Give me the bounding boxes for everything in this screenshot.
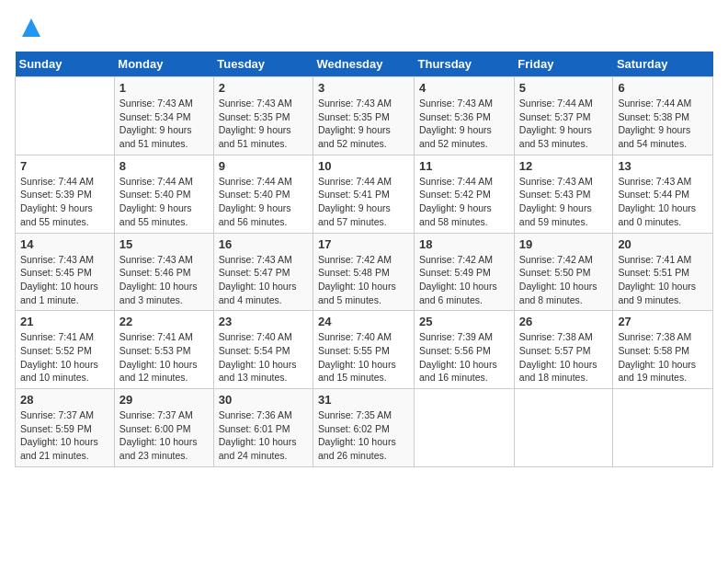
day-number: 8 xyxy=(119,159,209,173)
sunrise-text: Sunrise: 7:44 AM xyxy=(20,175,109,189)
day-cell: 1Sunrise: 7:43 AMSunset: 5:34 PMDaylight… xyxy=(114,77,213,155)
sunset-text: Sunset: 5:53 PM xyxy=(119,344,209,358)
day-number: 16 xyxy=(219,237,308,251)
sunrise-text: Sunrise: 7:41 AM xyxy=(618,253,708,267)
day-number: 1 xyxy=(119,81,209,95)
sunset-text: Sunset: 5:38 PM xyxy=(618,110,708,124)
daylight-text: Daylight: 10 hours and 24 minutes. xyxy=(219,435,308,462)
daylight-text: Daylight: 10 hours and 19 minutes. xyxy=(618,358,708,385)
day-number: 17 xyxy=(318,237,409,251)
sunset-text: Sunset: 5:45 PM xyxy=(20,266,109,280)
day-detail: Sunrise: 7:43 AMSunset: 5:45 PMDaylight:… xyxy=(20,253,109,307)
daylight-text: Daylight: 9 hours and 51 minutes. xyxy=(119,123,209,150)
sunset-text: Sunset: 5:42 PM xyxy=(419,188,509,201)
day-detail: Sunrise: 7:40 AMSunset: 5:55 PMDaylight:… xyxy=(318,330,409,385)
col-header-saturday: Saturday xyxy=(613,52,713,77)
daylight-text: Daylight: 10 hours and 5 minutes. xyxy=(318,280,409,306)
logo-icon xyxy=(18,15,44,40)
daylight-text: Daylight: 10 hours and 3 minutes. xyxy=(119,280,209,306)
sunrise-text: Sunrise: 7:43 AM xyxy=(219,97,308,110)
sunset-text: Sunset: 5:48 PM xyxy=(318,266,409,280)
sunset-text: Sunset: 5:40 PM xyxy=(219,188,308,201)
sunset-text: Sunset: 5:44 PM xyxy=(618,188,708,201)
sunrise-text: Sunrise: 7:41 AM xyxy=(20,330,109,344)
daylight-text: Daylight: 10 hours and 0 minutes. xyxy=(618,201,708,228)
day-number: 2 xyxy=(219,81,308,95)
sunrise-text: Sunrise: 7:42 AM xyxy=(519,253,609,267)
day-number: 19 xyxy=(519,237,609,251)
sunrise-text: Sunrise: 7:42 AM xyxy=(318,253,409,267)
day-cell: 10Sunrise: 7:44 AMSunset: 5:41 PMDayligh… xyxy=(313,155,415,233)
day-detail: Sunrise: 7:41 AMSunset: 5:51 PMDaylight:… xyxy=(618,253,708,307)
sunset-text: Sunset: 5:55 PM xyxy=(318,344,409,358)
sunrise-text: Sunrise: 7:44 AM xyxy=(318,175,409,189)
sunrise-text: Sunrise: 7:43 AM xyxy=(618,175,708,189)
sunset-text: Sunset: 5:50 PM xyxy=(519,266,609,280)
sunset-text: Sunset: 5:35 PM xyxy=(318,110,409,124)
daylight-text: Daylight: 10 hours and 26 minutes. xyxy=(318,435,409,462)
header-row: SundayMondayTuesdayWednesdayThursdayFrid… xyxy=(16,52,713,77)
sunrise-text: Sunrise: 7:44 AM xyxy=(519,97,609,110)
daylight-text: Daylight: 10 hours and 13 minutes. xyxy=(219,358,308,385)
sunset-text: Sunset: 5:43 PM xyxy=(519,188,609,201)
daylight-text: Daylight: 10 hours and 8 minutes. xyxy=(519,280,609,306)
day-detail: Sunrise: 7:41 AMSunset: 5:53 PMDaylight:… xyxy=(119,330,209,385)
day-detail: Sunrise: 7:41 AMSunset: 5:52 PMDaylight:… xyxy=(20,330,109,385)
day-detail: Sunrise: 7:37 AMSunset: 5:59 PMDaylight:… xyxy=(20,408,109,463)
col-header-monday: Monday xyxy=(114,52,213,77)
sunset-text: Sunset: 5:52 PM xyxy=(20,344,109,358)
sunrise-text: Sunrise: 7:40 AM xyxy=(318,330,409,344)
day-detail: Sunrise: 7:44 AMSunset: 5:39 PMDaylight:… xyxy=(20,175,109,229)
daylight-text: Daylight: 9 hours and 55 minutes. xyxy=(20,201,109,228)
day-number: 30 xyxy=(219,393,308,407)
day-number: 7 xyxy=(20,159,109,173)
day-cell xyxy=(613,389,713,467)
sunset-text: Sunset: 5:49 PM xyxy=(419,266,509,280)
day-cell: 5Sunrise: 7:44 AMSunset: 5:37 PMDaylight… xyxy=(514,77,613,155)
day-detail: Sunrise: 7:43 AMSunset: 5:44 PMDaylight:… xyxy=(618,175,708,229)
day-number: 26 xyxy=(519,315,609,328)
week-row-4: 21Sunrise: 7:41 AMSunset: 5:52 PMDayligh… xyxy=(16,311,713,389)
day-detail: Sunrise: 7:42 AMSunset: 5:48 PMDaylight:… xyxy=(318,253,409,307)
sunrise-text: Sunrise: 7:43 AM xyxy=(20,253,109,267)
sunset-text: Sunset: 5:34 PM xyxy=(119,110,209,124)
day-number: 6 xyxy=(618,81,708,95)
day-number: 13 xyxy=(618,159,708,173)
day-cell: 4Sunrise: 7:43 AMSunset: 5:36 PMDaylight… xyxy=(415,77,515,155)
day-number: 28 xyxy=(20,393,109,407)
day-detail: Sunrise: 7:44 AMSunset: 5:37 PMDaylight:… xyxy=(519,97,609,151)
sunrise-text: Sunrise: 7:43 AM xyxy=(519,175,609,189)
day-cell: 3Sunrise: 7:43 AMSunset: 5:35 PMDaylight… xyxy=(313,77,415,155)
daylight-text: Daylight: 10 hours and 10 minutes. xyxy=(20,358,109,385)
sunrise-text: Sunrise: 7:41 AM xyxy=(119,330,209,344)
sunrise-text: Sunrise: 7:43 AM xyxy=(119,253,209,267)
daylight-text: Daylight: 9 hours and 53 minutes. xyxy=(519,123,609,150)
day-cell xyxy=(514,389,613,467)
sunrise-text: Sunrise: 7:44 AM xyxy=(119,175,209,189)
sunset-text: Sunset: 6:00 PM xyxy=(119,422,209,436)
day-cell: 12Sunrise: 7:43 AMSunset: 5:43 PMDayligh… xyxy=(514,155,613,233)
svg-marker-0 xyxy=(22,18,40,37)
day-detail: Sunrise: 7:43 AMSunset: 5:43 PMDaylight:… xyxy=(519,175,609,229)
day-number: 4 xyxy=(419,81,509,95)
day-detail: Sunrise: 7:36 AMSunset: 6:01 PMDaylight:… xyxy=(219,408,308,463)
sunrise-text: Sunrise: 7:37 AM xyxy=(119,408,209,422)
day-detail: Sunrise: 7:42 AMSunset: 5:50 PMDaylight:… xyxy=(519,253,609,307)
daylight-text: Daylight: 10 hours and 4 minutes. xyxy=(219,280,308,306)
day-cell: 15Sunrise: 7:43 AMSunset: 5:46 PMDayligh… xyxy=(114,233,213,311)
day-detail: Sunrise: 7:43 AMSunset: 5:46 PMDaylight:… xyxy=(119,253,209,307)
day-number: 20 xyxy=(618,237,708,251)
day-detail: Sunrise: 7:43 AMSunset: 5:35 PMDaylight:… xyxy=(219,97,308,151)
day-detail: Sunrise: 7:44 AMSunset: 5:41 PMDaylight:… xyxy=(318,175,409,229)
sunrise-text: Sunrise: 7:36 AM xyxy=(219,408,308,422)
day-number: 5 xyxy=(519,81,609,95)
day-cell: 19Sunrise: 7:42 AMSunset: 5:50 PMDayligh… xyxy=(514,233,613,311)
day-cell: 25Sunrise: 7:39 AMSunset: 5:56 PMDayligh… xyxy=(415,311,515,389)
day-number: 29 xyxy=(119,393,209,407)
day-cell: 31Sunrise: 7:35 AMSunset: 6:02 PMDayligh… xyxy=(313,389,415,467)
day-cell: 16Sunrise: 7:43 AMSunset: 5:47 PMDayligh… xyxy=(213,233,313,311)
day-detail: Sunrise: 7:43 AMSunset: 5:36 PMDaylight:… xyxy=(419,97,509,151)
day-cell: 9Sunrise: 7:44 AMSunset: 5:40 PMDaylight… xyxy=(213,155,313,233)
day-cell: 7Sunrise: 7:44 AMSunset: 5:39 PMDaylight… xyxy=(16,155,115,233)
sunset-text: Sunset: 5:36 PM xyxy=(419,110,509,124)
